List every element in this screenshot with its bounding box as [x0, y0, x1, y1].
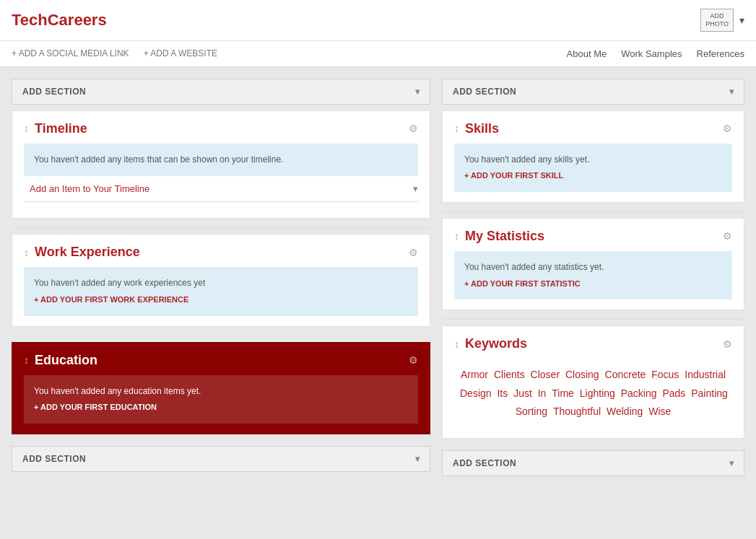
- keyword-sorting[interactable]: Sorting: [516, 406, 550, 417]
- keywords-section: ↕ Keywords ⚙ Armor Clients Closer Closin…: [442, 325, 744, 439]
- work-experience-header: ↕ Work Experience ⚙: [24, 245, 418, 260]
- education-header-left: ↕ Education: [24, 353, 97, 368]
- work-experience-section: ↕ Work Experience ⚙ You haven't added an…: [12, 234, 430, 326]
- education-empty-message: You haven't added any education items ye…: [34, 386, 201, 396]
- nav-work-samples[interactable]: Work Samples: [621, 48, 682, 59]
- logo-careers: Careers: [48, 11, 107, 29]
- work-experience-drag-handle[interactable]: ↕: [24, 247, 29, 258]
- add-social-media-link[interactable]: + ADD A SOCIAL MEDIA LINK: [12, 48, 129, 58]
- skills-header-left: ↕ Skills: [454, 121, 499, 136]
- my-statistics-header: ↕ My Statistics ⚙: [454, 229, 732, 244]
- add-section-bottom-left-arrow: ▾: [415, 454, 420, 464]
- add-section-bottom-right[interactable]: ADD SECTION ▾: [442, 450, 744, 476]
- timeline-header-left: ↕ Timeline: [24, 121, 87, 136]
- skills-header: ↕ Skills ⚙: [454, 121, 732, 136]
- my-statistics-empty-box: You haven't added any statistics yet. + …: [454, 251, 732, 299]
- my-statistics-drag-handle[interactable]: ↕: [454, 230, 459, 242]
- my-statistics-empty-message: You haven't added any statistics yet.: [464, 262, 604, 272]
- education-title: Education: [35, 353, 97, 368]
- skills-empty-box: You haven't added any skills yet. + ADD …: [454, 144, 732, 192]
- skills-empty-message: You haven't added any skills yet.: [464, 154, 589, 165]
- work-experience-title: Work Experience: [35, 245, 140, 260]
- logo-tech: Tech: [12, 11, 48, 29]
- add-first-work-experience-link[interactable]: + ADD YOUR FIRST WORK EXPERIENCE: [34, 293, 408, 307]
- add-section-bottom-right-arrow: ▾: [729, 458, 734, 468]
- education-drag-handle[interactable]: ↕: [24, 354, 29, 366]
- my-statistics-title: My Statistics: [465, 229, 544, 244]
- nav-about-me[interactable]: About Me: [567, 48, 607, 59]
- divider-4: [442, 319, 744, 320]
- keyword-packing[interactable]: Packing: [621, 387, 660, 399]
- keyword-time[interactable]: Time: [552, 387, 576, 399]
- add-section-top-left[interactable]: ADD SECTION ▾: [12, 79, 430, 105]
- skills-section: ↕ Skills ⚙ You haven't added any skills …: [442, 110, 744, 203]
- add-timeline-label: Add an Item to Your Timeline: [30, 183, 149, 194]
- top-right-actions: ADD PHOTO ▾: [700, 9, 744, 32]
- skills-drag-handle[interactable]: ↕: [454, 123, 459, 134]
- keyword-armor[interactable]: Armor: [461, 369, 491, 380]
- social-bar: + ADD A SOCIAL MEDIA LINK + ADD A WEBSIT…: [0, 41, 756, 67]
- keyword-design[interactable]: Design: [460, 387, 494, 399]
- work-experience-gear-icon[interactable]: ⚙: [409, 247, 418, 258]
- add-website-link[interactable]: + ADD A WEBSITE: [144, 48, 217, 58]
- add-section-top-left-arrow: ▾: [415, 87, 420, 97]
- keyword-lighting[interactable]: Lighting: [580, 387, 618, 399]
- timeline-drag-handle[interactable]: ↕: [24, 123, 29, 134]
- divider-2: [12, 336, 430, 336]
- add-first-education-link[interactable]: + ADD YOUR FIRST EDUCATION: [34, 400, 408, 415]
- nav-references[interactable]: References: [697, 48, 744, 59]
- add-timeline-item-row[interactable]: Add an Item to Your Timeline ▾: [24, 176, 418, 202]
- timeline-empty-box: You haven't added any items that can be …: [24, 144, 418, 177]
- divider-1: [12, 227, 430, 228]
- my-statistics-header-left: ↕ My Statistics: [454, 229, 544, 244]
- divider-3: [442, 211, 744, 212]
- nav-links: About Me Work Samples References: [567, 48, 744, 59]
- my-statistics-gear-icon[interactable]: ⚙: [723, 230, 732, 242]
- add-timeline-arrow: ▾: [413, 183, 418, 194]
- education-gear-icon[interactable]: ⚙: [409, 354, 418, 366]
- keyword-painting[interactable]: Painting: [691, 387, 728, 399]
- main-content: ADD SECTION ▾ ↕ Timeline ⚙ You haven't a…: [0, 67, 756, 494]
- keyword-closing[interactable]: Closing: [565, 369, 602, 380]
- top-dropdown-arrow[interactable]: ▾: [739, 14, 744, 26]
- add-section-top-left-label: ADD SECTION: [22, 87, 86, 97]
- keyword-its[interactable]: Its: [497, 387, 510, 399]
- work-experience-empty-message: You haven't added any work experiences y…: [34, 278, 205, 288]
- keyword-concrete[interactable]: Concrete: [605, 369, 649, 380]
- keyword-clients[interactable]: Clients: [494, 369, 528, 380]
- add-section-bottom-left[interactable]: ADD SECTION ▾: [12, 446, 430, 472]
- keyword-closer[interactable]: Closer: [531, 369, 562, 380]
- logo: TechCareers: [12, 11, 107, 30]
- add-photo-button[interactable]: ADD PHOTO: [700, 9, 734, 32]
- timeline-empty-message: You haven't added any items that can be …: [34, 154, 283, 165]
- keyword-just[interactable]: Just: [513, 387, 535, 399]
- add-section-top-right-arrow: ▾: [729, 87, 734, 97]
- skills-title: Skills: [465, 121, 499, 136]
- right-column: ADD SECTION ▾ ↕ Skills ⚙ You haven't add…: [442, 79, 744, 482]
- timeline-gear-icon[interactable]: ⚙: [409, 123, 418, 134]
- timeline-title: Timeline: [35, 121, 87, 136]
- skills-gear-icon[interactable]: ⚙: [723, 123, 732, 134]
- education-empty-box: You haven't added any education items ye…: [24, 375, 418, 424]
- add-section-top-right-label: ADD SECTION: [453, 87, 516, 97]
- keyword-welding[interactable]: Welding: [607, 406, 646, 417]
- add-section-top-right[interactable]: ADD SECTION ▾: [442, 79, 744, 105]
- education-section: ↕ Education ⚙ You haven't added any educ…: [12, 342, 430, 434]
- add-first-statistic-link[interactable]: + ADD YOUR FIRST STATISTIC: [464, 277, 722, 292]
- keywords-drag-handle[interactable]: ↕: [454, 338, 459, 350]
- keywords-header: ↕ Keywords ⚙: [454, 336, 732, 351]
- timeline-header: ↕ Timeline ⚙: [24, 121, 418, 136]
- add-first-skill-link[interactable]: + ADD YOUR FIRST SKILL: [464, 169, 722, 183]
- timeline-section: ↕ Timeline ⚙ You haven't added any items…: [12, 110, 430, 219]
- keyword-focus[interactable]: Focus: [651, 369, 682, 380]
- keyword-in[interactable]: In: [538, 387, 549, 399]
- education-header: ↕ Education ⚙: [24, 353, 418, 368]
- keyword-industrial[interactable]: Industrial: [685, 369, 726, 380]
- keywords-gear-icon[interactable]: ⚙: [723, 338, 732, 350]
- work-experience-empty-box: You haven't added any work experiences y…: [24, 267, 418, 315]
- add-section-bottom-left-label: ADD SECTION: [22, 454, 86, 464]
- keyword-thoughtful[interactable]: Thoughtful: [553, 406, 604, 417]
- work-experience-header-left: ↕ Work Experience: [24, 245, 140, 260]
- keyword-wise[interactable]: Wise: [648, 406, 671, 417]
- keyword-pads[interactable]: Pads: [662, 387, 688, 399]
